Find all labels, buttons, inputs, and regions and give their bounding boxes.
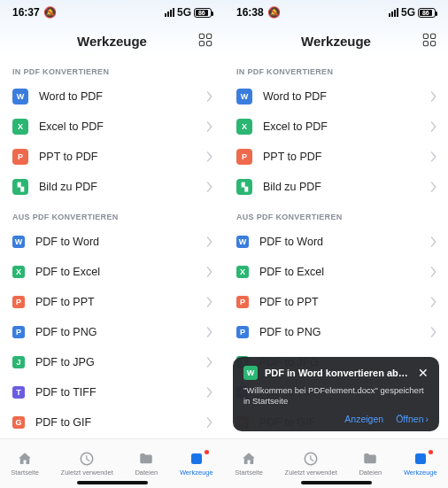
page-header: Werkzeuge [224, 25, 448, 57]
tab-startseite[interactable]: Startseite [235, 451, 263, 476]
toast-title: PDF in Word konvertieren abgeschlos… [265, 368, 411, 378]
conversion-toast: W PDF in Word konvertieren abgeschlos… ✕… [233, 357, 439, 431]
home-indicator[interactable] [77, 481, 148, 484]
grid-icon [197, 32, 213, 48]
svg-rect-5 [423, 34, 428, 38]
tool-label: PPT to PDF [263, 151, 420, 163]
tool-icon: P [12, 326, 25, 338]
tab-startseite[interactable]: Startseite [11, 451, 39, 476]
tool-icon: X [236, 119, 252, 135]
tool-row[interactable]: PPDF to PPT [0, 287, 224, 317]
tool-row[interactable]: WWord to PDF [224, 81, 448, 112]
tool-label: Word to PDF [263, 90, 420, 103]
tool-row[interactable]: PPDF to PNG [224, 317, 448, 347]
chevron-right-icon [206, 327, 213, 337]
tool-row[interactable]: ▚Bild zu PDF [224, 172, 448, 202]
tool-row[interactable]: PPDF to PPT [224, 287, 448, 317]
chevron-right-icon [206, 121, 213, 132]
tool-row[interactable]: TPDF to TIFF [0, 377, 224, 407]
tool-label: PDF to Excel [259, 266, 420, 278]
tool-label: Bild zu PDF [263, 181, 420, 193]
battery-icon: 86 [418, 8, 436, 18]
tab-label: Zuletzt verwendet [285, 469, 337, 476]
tool-row[interactable]: XExcel to PDF [224, 112, 448, 142]
tool-row[interactable]: XExcel to PDF [0, 112, 224, 142]
chevron-right-icon [206, 417, 213, 428]
tool-label: PDF to PNG [259, 326, 420, 338]
folder-icon [137, 451, 155, 467]
tool-icon: ▚ [236, 179, 252, 195]
tool-icon: W [12, 236, 25, 248]
toast-body: "Willkommen bei PDFelement.docx" gespeic… [243, 385, 429, 407]
page-title: Werkzeuge [77, 34, 147, 49]
tool-icon: P [12, 296, 25, 308]
chevron-right-icon [206, 151, 213, 162]
tool-row[interactable]: JPDF to JPG [0, 347, 224, 377]
chevron-right-icon [206, 387, 213, 398]
tab-label: Dateien [135, 469, 158, 476]
home-indicator[interactable] [301, 481, 372, 484]
clock-icon [78, 451, 96, 467]
layout-toggle-button[interactable] [421, 32, 437, 51]
tool-icon: X [236, 266, 249, 278]
tool-row[interactable]: XPDF to Excel [0, 257, 224, 287]
tab-werkzeuge[interactable]: Werkzeuge [404, 451, 437, 476]
section-inpdf-title: IN PDF KONVERTIEREN [224, 57, 448, 81]
tool-icon: T [12, 386, 25, 399]
tool-label: Word to PDF [39, 90, 196, 103]
svg-rect-1 [207, 34, 212, 38]
chevron-right-icon [206, 297, 213, 307]
toast-view-button[interactable]: Anzeigen [344, 414, 383, 424]
chevron-right-icon [206, 357, 213, 368]
content-scroll[interactable]: IN PDF KONVERTIEREN WWord to PDFXExcel t… [0, 57, 224, 438]
tab-dateien[interactable]: Dateien [135, 451, 158, 476]
screenshot-right: 16:38 🔕 5G 86 Werkzeuge IN PDF KONVERTIE… [224, 0, 448, 488]
tool-icon: W [236, 236, 249, 248]
page-title: Werkzeuge [301, 34, 371, 49]
tab-dateien[interactable]: Dateien [359, 451, 382, 476]
tool-row[interactable]: PPPT to PDF [224, 142, 448, 172]
tool-row[interactable]: PPPT to PDF [0, 142, 224, 172]
tool-label: PDF to JPG [35, 356, 196, 368]
tool-label: PDF to Excel [35, 266, 196, 278]
toast-open-button[interactable]: Öffnen› [396, 414, 429, 424]
tool-row[interactable]: WPDF to Word [0, 227, 224, 257]
chevron-right-icon [430, 327, 437, 337]
tool-label: PDF to Word [35, 236, 196, 248]
tool-icon: W [236, 89, 252, 105]
home-icon [16, 451, 34, 467]
tool-row[interactable]: XPDF to Excel [224, 257, 448, 287]
chevron-right-icon [206, 182, 213, 192]
tool-label: PDF to Word [259, 236, 420, 248]
svg-rect-9 [415, 453, 426, 464]
tab-bar: Startseite Zuletzt verwendet Dateien Wer… [0, 438, 224, 488]
layout-toggle-button[interactable] [197, 32, 213, 51]
tool-row[interactable]: ▚Bild zu PDF [0, 172, 224, 202]
chevron-right-icon [430, 236, 437, 247]
tool-icon: G [12, 416, 25, 429]
chevron-right-icon [430, 182, 437, 192]
svg-rect-6 [431, 34, 436, 38]
notification-dot [205, 450, 209, 454]
tool-icon: X [12, 266, 25, 278]
tab-werkzeuge[interactable]: Werkzeuge [180, 451, 213, 476]
toast-close-button[interactable]: ✕ [418, 367, 429, 379]
tool-row[interactable]: WPDF to Word [224, 227, 448, 257]
content-scroll[interactable]: IN PDF KONVERTIEREN WWord to PDFXExcel t… [224, 57, 448, 438]
tool-row[interactable]: GPDF to GIF [0, 407, 224, 438]
tool-row[interactable]: WWord to PDF [0, 81, 224, 112]
chevron-right-icon [430, 297, 437, 307]
chevron-right-icon [430, 91, 437, 102]
word-icon: W [243, 366, 258, 380]
tab-label: Dateien [359, 469, 382, 476]
chevron-right-icon [206, 91, 213, 102]
tool-label: PDF to GIF [35, 416, 196, 429]
tool-icon: J [12, 356, 25, 368]
battery-icon: 86 [194, 8, 212, 18]
tab-zuletzt[interactable]: Zuletzt verwendet [61, 451, 113, 476]
tab-zuletzt[interactable]: Zuletzt verwendet [285, 451, 337, 476]
section-inpdf-title: IN PDF KONVERTIEREN [0, 57, 224, 81]
section-auspdf-list: WPDF to WordXPDF to ExcelPPDF to PPTPPDF… [0, 227, 224, 438]
tool-row[interactable]: PPDF to PNG [0, 317, 224, 347]
tool-label: Excel to PDF [39, 120, 196, 133]
